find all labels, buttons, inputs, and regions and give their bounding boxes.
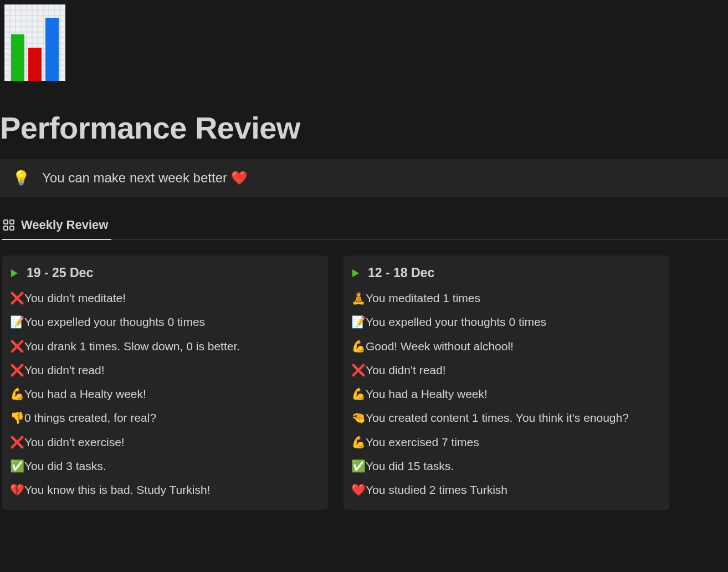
- status-icon: ✅: [351, 458, 366, 473]
- status-icon: ❌: [351, 362, 366, 377]
- list-item: ✅You did 15 tasks.: [351, 458, 660, 473]
- list-item: ❤️You studied 2 times Turkish: [351, 482, 660, 497]
- line-text: You expelled your thoughts 0 times: [366, 314, 546, 329]
- cards-container: 19 - 25 Dec ❌You didn't meditate! 📝You e…: [0, 240, 728, 510]
- card-header: 19 - 25 Dec: [10, 265, 319, 280]
- svg-rect-31: [10, 220, 14, 224]
- svg-rect-29: [45, 18, 59, 81]
- status-icon: 🤏: [351, 410, 366, 425]
- list-item: ❌You didn't meditate!: [10, 290, 319, 305]
- svg-rect-30: [4, 220, 8, 224]
- line-text: You exercised 7 times: [366, 435, 479, 450]
- line-text: You know this is bad. Study Turkish!: [24, 482, 210, 497]
- card-title: 19 - 25 Dec: [27, 265, 93, 280]
- list-item: ❌You drank 1 times. Slow down, 0 is bett…: [10, 339, 319, 354]
- page-icon: [4, 4, 728, 83]
- list-item: 💔You know this is bad. Study Turkish!: [10, 482, 319, 497]
- card-lines: ❌You didn't meditate! 📝You expelled your…: [10, 290, 319, 498]
- status-icon: 💪: [351, 339, 366, 354]
- status-icon: 💔: [10, 482, 24, 497]
- line-text: You didn't meditate!: [24, 290, 126, 305]
- card-header: 12 - 18 Dec: [351, 265, 660, 280]
- list-item: ❌You didn't read!: [10, 362, 319, 377]
- status-icon: ❌: [10, 339, 24, 354]
- line-text: You meditated 1 times: [366, 290, 480, 305]
- list-item: 💪You exercised 7 times: [351, 435, 660, 450]
- line-text: 0 things created, for real?: [24, 410, 156, 425]
- status-icon: 👎: [10, 410, 24, 425]
- line-text: You created content 1 times. You think i…: [366, 410, 629, 425]
- status-icon: 🧘: [351, 290, 366, 305]
- line-text: You did 3 tasks.: [24, 458, 106, 473]
- svg-marker-35: [352, 269, 359, 277]
- status-icon: 💪: [351, 386, 366, 401]
- status-icon: 📝: [10, 314, 24, 329]
- status-icon: ❌: [10, 435, 24, 450]
- list-item: 📝You expelled your thoughts 0 times: [351, 314, 660, 329]
- line-text: You had a Healty week!: [24, 386, 146, 401]
- line-text: You didn't exercise!: [24, 435, 125, 450]
- callout: 💡 You can make next week better ❤️: [0, 159, 728, 197]
- line-text: You didn't read!: [24, 362, 105, 377]
- list-item: 💪You had a Healty week!: [10, 386, 319, 401]
- list-item: ✅You did 3 tasks.: [10, 458, 319, 473]
- tabs-row: Weekly Review: [0, 212, 728, 240]
- svg-rect-28: [28, 48, 42, 81]
- play-icon: [351, 269, 360, 278]
- status-icon: ✅: [10, 458, 24, 473]
- line-text: You studied 2 times Turkish: [366, 482, 507, 497]
- line-text: You didn't read!: [366, 362, 446, 377]
- list-item: 👎0 things created, for real?: [10, 410, 319, 425]
- gallery-icon: [2, 218, 16, 232]
- status-icon: ❌: [10, 290, 24, 305]
- status-icon: ❌: [10, 362, 24, 377]
- list-item: 💪You had a Healty week!: [351, 386, 660, 401]
- list-item: 📝You expelled your thoughts 0 times: [10, 314, 319, 329]
- card-week-1[interactable]: 19 - 25 Dec ❌You didn't meditate! 📝You e…: [2, 256, 328, 510]
- status-icon: ❤️: [351, 482, 366, 497]
- list-item: 💪Good! Week without alchool!: [351, 339, 660, 354]
- lightbulb-icon: 💡: [12, 171, 30, 185]
- list-item: 🤏You created content 1 times. You think …: [351, 410, 660, 425]
- card-week-2[interactable]: 12 - 18 Dec 🧘You meditated 1 times 📝You …: [344, 256, 669, 510]
- status-icon: 📝: [351, 314, 366, 329]
- tab-label: Weekly Review: [21, 218, 108, 232]
- svg-rect-32: [4, 226, 8, 230]
- svg-rect-33: [10, 226, 14, 230]
- card-lines: 🧘You meditated 1 times 📝You expelled you…: [351, 290, 660, 498]
- svg-rect-27: [11, 34, 24, 81]
- callout-text: You can make next week better ❤️: [42, 170, 248, 186]
- list-item: 🧘You meditated 1 times: [351, 290, 660, 305]
- list-item: ❌You didn't read!: [351, 362, 660, 377]
- line-text: You expelled your thoughts 0 times: [24, 314, 205, 329]
- svg-marker-34: [11, 269, 18, 277]
- line-text: Good! Week without alchool!: [366, 339, 514, 354]
- tab-weekly-review[interactable]: Weekly Review: [2, 212, 111, 240]
- card-title: 12 - 18 Dec: [368, 265, 434, 280]
- status-icon: 💪: [10, 386, 24, 401]
- page-title: Performance Review: [0, 110, 728, 146]
- line-text: You had a Healty week!: [366, 386, 488, 401]
- line-text: You did 15 tasks.: [366, 458, 454, 473]
- status-icon: 💪: [351, 435, 366, 450]
- play-icon: [10, 269, 19, 278]
- list-item: ❌You didn't exercise!: [10, 435, 319, 450]
- line-text: You drank 1 times. Slow down, 0 is bette…: [24, 339, 240, 354]
